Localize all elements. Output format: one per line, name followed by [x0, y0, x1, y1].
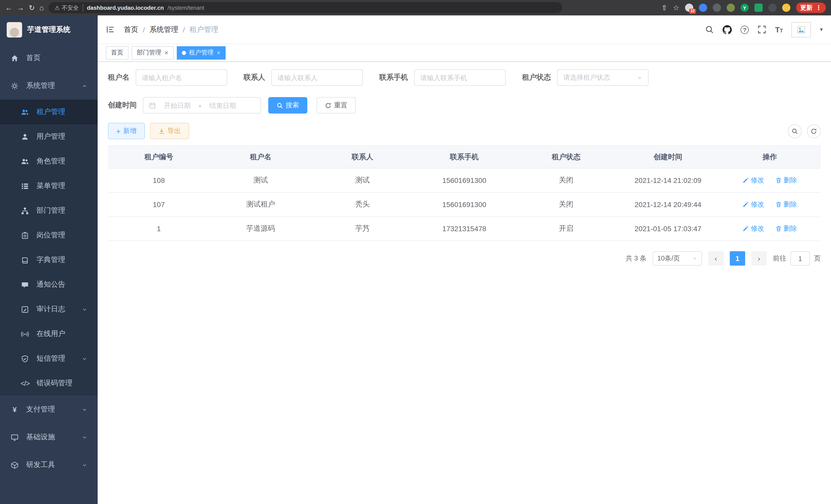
contact-label: 联系人 — [243, 73, 265, 82]
sidebar-item-tenant[interactable]: 租户管理 — [0, 100, 98, 124]
github-icon[interactable] — [722, 25, 732, 34]
extension-icon-6[interactable] — [754, 4, 763, 12]
contact-input[interactable] — [278, 74, 357, 82]
col-tenant-name: 租户名 — [210, 146, 311, 168]
page-1-button[interactable]: 1 — [730, 251, 745, 266]
search-button[interactable]: 搜索 — [268, 97, 307, 114]
browser-actions: ⇧ ☆ 10 Y 更新 ⋮ — [661, 3, 826, 13]
sidebar-item-label: 菜单管理 — [36, 181, 65, 190]
delete-link[interactable]: 删除 — [775, 224, 797, 233]
sidebar-item-error-code[interactable]: </> 错误码管理 — [0, 371, 98, 395]
start-date-input[interactable] — [158, 101, 196, 109]
tag-home[interactable]: 首页 — [106, 46, 128, 59]
extension-icon-4[interactable] — [727, 4, 735, 12]
sidebar-item-online-user[interactable]: 在线用户 — [0, 322, 98, 346]
sidebar-item-dept[interactable]: 部门管理 — [0, 198, 98, 223]
browser-forward-icon[interactable]: → — [17, 4, 24, 11]
gear-icon — [10, 82, 19, 90]
extension-icon-3[interactable] — [713, 4, 721, 12]
goto-page-input[interactable] — [791, 251, 810, 266]
filter-create-time: 创建时间 - — [108, 97, 261, 114]
cell-operations: 修改 删除 — [719, 168, 821, 192]
sidebar-item-user[interactable]: 用户管理 — [0, 124, 98, 149]
sidebar-group-payment[interactable]: ¥ 支付管理 — [0, 395, 98, 423]
tag-dept[interactable]: 部门管理 × — [132, 46, 173, 59]
user-avatar[interactable] — [792, 22, 811, 37]
close-icon[interactable]: × — [217, 49, 221, 56]
refresh-table-button[interactable] — [807, 124, 821, 138]
browser-back-icon[interactable]: ← — [5, 4, 12, 11]
profile-avatar-icon[interactable] — [782, 4, 791, 12]
sidebar-group-infra[interactable]: 基础设施 — [0, 423, 98, 451]
sidebar-toggle-icon[interactable] — [106, 25, 115, 34]
update-button[interactable]: 更新 ⋮ — [796, 3, 826, 13]
export-button[interactable]: 导出 — [150, 123, 189, 139]
tenant-name-input[interactable] — [142, 74, 221, 82]
delete-label: 删除 — [784, 224, 797, 233]
sidebar-item-role[interactable]: 角色管理 — [0, 149, 98, 174]
phone-input[interactable] — [420, 74, 499, 82]
search-icon[interactable] — [705, 25, 714, 34]
hide-search-button[interactable] — [788, 124, 802, 138]
security-chip[interactable]: ⚠ 不安全 — [55, 4, 83, 11]
browser-reload-icon[interactable]: ↻ — [29, 4, 35, 11]
sidebar-item-post[interactable]: 岗位管理 — [0, 223, 98, 248]
extension-icon-1[interactable]: 10 — [685, 4, 693, 12]
sidebar-item-sms[interactable]: 短信管理 — [0, 346, 98, 371]
page-size-select[interactable]: 10条/页 — [653, 251, 702, 266]
search-icon — [277, 102, 283, 109]
caret-down-icon[interactable]: ▾ — [820, 26, 823, 33]
sidebar-group-system[interactable]: 系统管理 — [0, 72, 98, 100]
table-row: 108 测试 测试 15601691300 关闭 2021-12-14 21:0… — [108, 168, 821, 192]
sidebar-item-label: 部门管理 — [36, 206, 65, 215]
date-range-picker[interactable]: - — [143, 97, 261, 114]
sidebar-item-dict[interactable]: 字典管理 — [0, 248, 98, 272]
create-time-label: 创建时间 — [108, 101, 137, 110]
user-icon — [21, 133, 29, 141]
extension-icon-2[interactable] — [699, 4, 707, 12]
cell-phone: 17321315478 — [413, 216, 515, 241]
prev-page-button[interactable]: ‹ — [708, 251, 724, 266]
breadcrumb-system[interactable]: 系统管理 — [149, 25, 178, 34]
search-icon — [792, 128, 798, 135]
chevron-down-icon — [82, 407, 87, 412]
delete-link[interactable]: 删除 — [775, 200, 797, 209]
sidebar-item-home[interactable]: 首页 — [0, 44, 98, 72]
edit-link[interactable]: 修改 — [743, 200, 764, 209]
breadcrumb-home[interactable]: 首页 — [124, 25, 138, 34]
sidebar-item-menu[interactable]: 菜单管理 — [0, 174, 98, 198]
main-area: 首页 / 系统管理 / 租户管理 ? — [98, 16, 831, 504]
col-operations: 操作 — [719, 146, 821, 168]
share-icon[interactable]: ⇧ — [661, 4, 667, 11]
cell-contact: 测试 — [312, 168, 413, 192]
next-page-button[interactable]: › — [751, 251, 767, 266]
tag-tenant[interactable]: 租户管理 × — [176, 46, 226, 59]
fullscreen-icon[interactable] — [757, 25, 766, 34]
calendar-icon — [149, 102, 156, 109]
sidebar: 芋道管理系统 首页 系统管理 — [0, 16, 98, 504]
help-icon[interactable]: ? — [741, 25, 749, 34]
breadcrumb-current: 租户管理 — [190, 25, 219, 34]
sidebar-group-devtools[interactable]: 研发工具 — [0, 451, 98, 479]
browser-home-icon[interactable]: ⌂ — [39, 4, 44, 11]
browser-menu-dots-icon[interactable]: ⋮ — [815, 4, 822, 11]
edit-link[interactable]: 修改 — [743, 224, 764, 233]
sidebar-item-notice[interactable]: 通知公告 — [0, 272, 98, 297]
app-logo[interactable]: 芋道管理系统 — [0, 16, 98, 44]
sidebar-item-label: 租户管理 — [36, 108, 65, 117]
address-bar[interactable]: ⚠ 不安全 dashboard.yudao.iocoder.cn/system/… — [48, 2, 562, 13]
sidebar-item-audit-log[interactable]: 审计日志 — [0, 297, 98, 322]
add-button[interactable]: + 新增 — [108, 123, 145, 139]
edit-link[interactable]: 修改 — [743, 176, 764, 185]
close-icon[interactable]: × — [165, 49, 168, 56]
reset-button[interactable]: 重置 — [317, 97, 355, 114]
puzzle-extension-icon[interactable] — [768, 4, 776, 12]
extension-letter: Y — [741, 4, 749, 12]
bookmark-star-icon[interactable]: ☆ — [673, 4, 679, 11]
extension-icon-5[interactable]: Y — [741, 4, 749, 12]
end-date-input[interactable] — [204, 101, 242, 109]
cell-operations: 修改 删除 — [719, 216, 821, 241]
delete-link[interactable]: 删除 — [775, 176, 797, 185]
font-size-icon[interactable]: TT — [775, 25, 783, 34]
status-select[interactable]: 请选择租户状态 — [557, 69, 649, 86]
